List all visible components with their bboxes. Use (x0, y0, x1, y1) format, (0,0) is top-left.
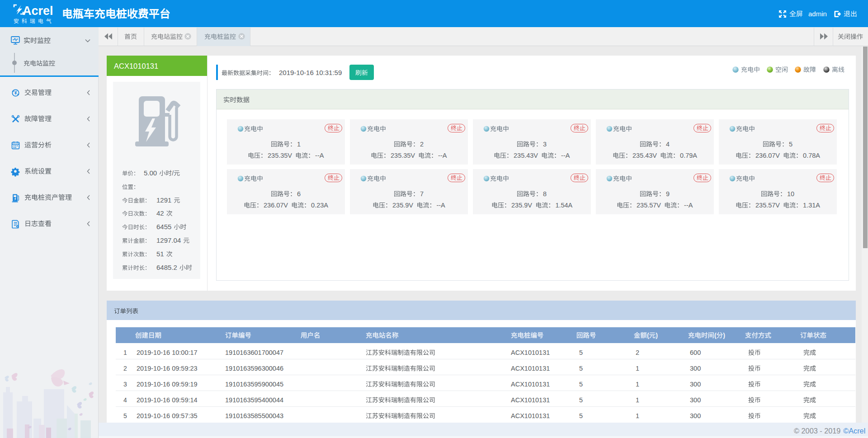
svg-text:(: ( (647, 332, 649, 339)
svg-text:ACX1010131: ACX1010131 (511, 412, 550, 419)
svg-text:--A: --A (436, 202, 445, 209)
svg-text:6485.2: 6485.2 (156, 264, 177, 271)
svg-text:Acrel: Acrel (23, 4, 53, 18)
svg-text:6: 6 (297, 190, 301, 198)
svg-text:2019-10-16 10:31:59: 2019-10-16 10:31:59 (279, 69, 342, 76)
svg-text:8: 8 (543, 190, 547, 198)
svg-text:235.9V: 235.9V (511, 202, 532, 209)
svg-text:5.00: 5.00 (144, 169, 157, 177)
svg-text:0.79A: 0.79A (680, 152, 697, 159)
svg-text:600: 600 (690, 349, 701, 356)
svg-text:1: 1 (297, 141, 301, 148)
svg-text:--A: --A (684, 202, 693, 209)
svg-text:2019-10-16 09:57:35: 2019-10-16 09:57:35 (137, 412, 198, 419)
svg-text:--A: --A (315, 152, 324, 159)
svg-text:1: 1 (636, 396, 639, 404)
svg-text:): ) (723, 332, 725, 339)
svg-text:ACX1010131: ACX1010131 (511, 381, 550, 388)
svg-text:1: 1 (636, 365, 639, 372)
svg-text:10: 10 (787, 190, 794, 198)
svg-text:1910163595900045: 1910163595900045 (225, 381, 283, 388)
svg-text:235.9V: 235.9V (392, 202, 413, 209)
svg-text:300: 300 (690, 412, 701, 419)
svg-text:1910163585500043: 1910163585500043 (225, 412, 283, 419)
svg-text:235.35V: 235.35V (391, 152, 415, 159)
svg-text:ACX1010131: ACX1010131 (511, 349, 550, 356)
svg-text:235.43V: 235.43V (632, 152, 657, 159)
svg-text:5: 5 (123, 412, 127, 419)
svg-text:2: 2 (636, 349, 639, 356)
svg-text:5: 5 (579, 381, 583, 388)
svg-text:9: 9 (666, 190, 670, 198)
svg-text:5: 5 (579, 349, 583, 356)
svg-text:2019-10-16 09:59:19: 2019-10-16 09:59:19 (137, 381, 198, 388)
svg-text:2019-10-16 10:00:17: 2019-10-16 10:00:17 (137, 349, 198, 356)
svg-text:2: 2 (420, 141, 424, 148)
svg-text:300: 300 (690, 365, 701, 372)
svg-text:236.07V: 236.07V (264, 202, 288, 209)
svg-text:1910163595400044: 1910163595400044 (225, 396, 283, 404)
svg-text:2: 2 (123, 365, 127, 372)
svg-text:2019-10-16 09:59:23: 2019-10-16 09:59:23 (137, 365, 198, 372)
svg-text:--A: --A (438, 152, 447, 159)
svg-text:6455: 6455 (156, 223, 171, 231)
svg-text:5: 5 (789, 141, 793, 148)
svg-text:51: 51 (156, 250, 164, 258)
svg-text:): ) (656, 332, 658, 339)
svg-text:©Acrel: ©Acrel (843, 427, 865, 435)
svg-text:1.54A: 1.54A (555, 202, 572, 209)
svg-text:5: 5 (579, 412, 583, 419)
svg-text:0.23A: 0.23A (311, 202, 328, 209)
svg-text:ACX1010131: ACX1010131 (114, 62, 158, 70)
svg-text:4: 4 (666, 141, 670, 148)
svg-text:5: 5 (579, 396, 583, 404)
svg-text:235.35V: 235.35V (268, 152, 292, 159)
svg-text:7: 7 (420, 190, 424, 198)
svg-text:admin: admin (808, 10, 827, 18)
svg-text:235.57V: 235.57V (755, 202, 780, 209)
svg-text:1297.04: 1297.04 (156, 236, 181, 244)
svg-text:1: 1 (636, 412, 639, 419)
svg-text:1291: 1291 (156, 196, 171, 204)
svg-text:5: 5 (579, 365, 583, 372)
svg-text:4: 4 (123, 396, 127, 404)
svg-text:235.43V: 235.43V (514, 152, 538, 159)
svg-text:300: 300 (690, 381, 701, 388)
svg-text:¥: ¥ (14, 90, 17, 95)
svg-text:/: / (172, 170, 174, 177)
svg-text:© 2003 - 2019: © 2003 - 2019 (794, 427, 843, 435)
svg-text:236.07V: 236.07V (755, 152, 780, 159)
svg-text:300: 300 (690, 396, 701, 404)
svg-text:0.78A: 0.78A (803, 152, 820, 159)
svg-text:1: 1 (123, 349, 127, 356)
svg-text:1.31A: 1.31A (803, 202, 820, 209)
svg-text:ACX1010131: ACX1010131 (511, 396, 550, 404)
svg-text:1910163596300046: 1910163596300046 (225, 365, 283, 372)
svg-text:42: 42 (156, 209, 164, 217)
svg-text:1: 1 (636, 381, 639, 388)
svg-text:3: 3 (123, 381, 127, 388)
svg-text:1910163601700047: 1910163601700047 (225, 349, 283, 356)
svg-text:ACX1010131: ACX1010131 (511, 365, 550, 372)
svg-text:235.57V: 235.57V (637, 202, 661, 209)
svg-text:--A: --A (561, 152, 570, 159)
svg-text:2019-10-16 09:59:14: 2019-10-16 09:59:14 (137, 396, 198, 404)
svg-text:(: ( (714, 332, 717, 339)
svg-text:3: 3 (543, 141, 547, 148)
